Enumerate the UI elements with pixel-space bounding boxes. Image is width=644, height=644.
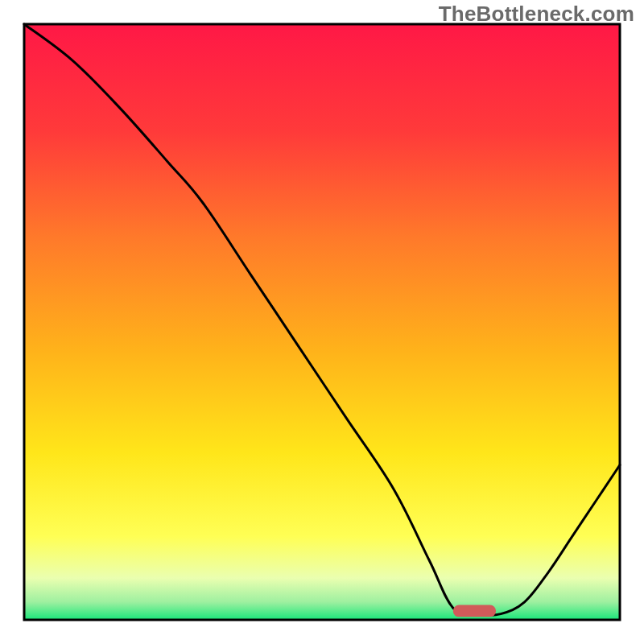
chart-stage: { "watermark": "TheBottleneck.com", "gra… — [0, 0, 644, 644]
optimal-range-marker — [453, 605, 496, 617]
bottleneck-chart — [0, 0, 644, 644]
gradient-background — [24, 24, 620, 620]
